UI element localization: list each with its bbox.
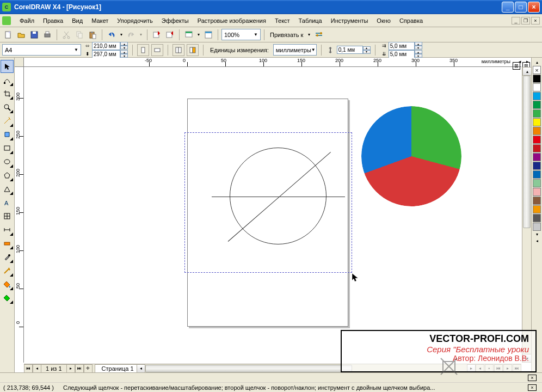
units-combo[interactable]: миллиметры ▼ xyxy=(273,44,317,56)
color-swatch[interactable] xyxy=(533,75,541,83)
pie-chart[interactable] xyxy=(361,106,461,206)
nav-button-5[interactable]: ⏭ xyxy=(513,364,521,373)
export-button[interactable] xyxy=(164,29,176,41)
menu-вид[interactable]: Вид xyxy=(67,16,87,26)
menu-растровые изображения[interactable]: Растровые изображения xyxy=(193,16,270,26)
vertical-scrollbar[interactable]: ▴ ▾ xyxy=(522,67,531,363)
color-swatch[interactable] xyxy=(533,205,541,213)
horizontal-scrollbar[interactable]: ◂ ▸ xyxy=(145,364,467,373)
paste-button[interactable] xyxy=(87,29,98,41)
spin-down[interactable]: ▾ xyxy=(120,46,128,50)
menu-файл[interactable]: Файл xyxy=(15,16,39,26)
horizontal-ruler[interactable]: миллиметры -50050100150200250300350 xyxy=(24,58,521,67)
spin-down[interactable]: ▾ xyxy=(363,50,371,54)
fill-indicator[interactable] xyxy=(528,375,537,381)
launch-button[interactable] xyxy=(183,29,195,41)
outline-tool[interactable] xyxy=(1,264,14,277)
color-swatch[interactable] xyxy=(533,92,541,100)
mdi-close-button[interactable]: × xyxy=(531,17,540,24)
scroll-down-button[interactable]: ▾ xyxy=(522,354,532,363)
color-swatch[interactable] xyxy=(533,188,541,196)
color-swatch[interactable] xyxy=(533,223,541,231)
color-swatch[interactable] xyxy=(533,109,541,118)
nav-button-4[interactable]: ▸ xyxy=(503,364,512,373)
color-swatch[interactable] xyxy=(533,101,541,109)
window-maximize-button[interactable]: □ xyxy=(515,2,527,13)
hscroll-thumb[interactable] xyxy=(145,365,352,372)
interactive-tool[interactable] xyxy=(1,237,14,250)
menu-текст[interactable]: Текст xyxy=(270,16,294,26)
window-minimize-button[interactable]: _ xyxy=(502,2,514,13)
print-button[interactable] xyxy=(41,29,53,41)
palette-down-button[interactable]: ▾ xyxy=(533,231,541,237)
ellipse-tool[interactable] xyxy=(1,155,14,168)
nav-button-1[interactable]: ◂ xyxy=(476,364,484,373)
pick-tool[interactable] xyxy=(1,60,14,73)
scroll-up-button[interactable]: ▴ xyxy=(522,67,532,76)
spin-down[interactable]: ▾ xyxy=(415,46,422,50)
eyedropper-tool[interactable] xyxy=(1,250,14,264)
first-page-button[interactable]: ⏮ xyxy=(24,364,33,373)
color-swatch[interactable] xyxy=(533,118,541,126)
smart-fill-tool[interactable] xyxy=(1,128,14,141)
mdi-restore-button[interactable]: ❐ xyxy=(521,17,530,24)
rectangle-tool[interactable] xyxy=(1,142,14,155)
color-swatch[interactable] xyxy=(533,179,541,187)
freehand-tool[interactable] xyxy=(1,114,14,127)
prev-page-button[interactable]: ◂ xyxy=(33,364,41,373)
menu-инструменты[interactable]: Инструменты xyxy=(327,16,373,26)
basic-shapes-tool[interactable] xyxy=(1,182,14,195)
table-tool[interactable] xyxy=(1,210,14,223)
outline-indicator[interactable] xyxy=(528,384,537,391)
page-tab-1[interactable]: Страница 1 xyxy=(95,364,141,373)
zoom-tool[interactable] xyxy=(1,101,14,114)
shape-tool[interactable] xyxy=(1,74,14,87)
spin-up[interactable]: ▴ xyxy=(415,50,422,54)
interactive-fill-tool[interactable] xyxy=(1,291,14,304)
page-width-input[interactable]: 210,0 мм xyxy=(92,42,120,50)
vertical-ruler[interactable]: 050100150200250300 xyxy=(15,67,24,363)
nav-button-2[interactable]: ▪ xyxy=(485,364,494,373)
redo-dropdown[interactable]: ▾ xyxy=(138,29,144,41)
fill-tool[interactable] xyxy=(1,278,14,291)
launch-dropdown[interactable]: ▾ xyxy=(196,29,201,41)
dup-x-input[interactable]: 5,0 мм xyxy=(389,42,415,50)
text-tool[interactable]: A xyxy=(1,196,14,209)
color-swatch[interactable] xyxy=(533,83,541,91)
mdi-minimize-button[interactable]: _ xyxy=(512,17,520,24)
spin-up[interactable]: ▴ xyxy=(415,42,422,46)
last-page-button[interactable]: ⏭ xyxy=(75,364,84,373)
copy-button[interactable] xyxy=(73,29,85,41)
docker-close-1[interactable]: ⊠ xyxy=(513,62,520,70)
dup-y-input[interactable]: 5,0 мм xyxy=(389,50,415,58)
palette-flyout-button[interactable]: ◂ xyxy=(533,237,541,244)
redo-button[interactable] xyxy=(125,29,137,41)
window-close-button[interactable]: × xyxy=(528,2,540,13)
color-swatch[interactable] xyxy=(533,162,541,170)
spin-down[interactable]: ▾ xyxy=(120,54,128,58)
zoom-combo[interactable]: 100% ▼ xyxy=(221,29,261,40)
crop-tool[interactable] xyxy=(1,87,14,100)
open-button[interactable] xyxy=(15,29,27,41)
color-swatch[interactable] xyxy=(533,136,541,144)
dimension-tool[interactable] xyxy=(1,223,14,236)
ruler-origin[interactable] xyxy=(15,58,24,67)
color-swatch[interactable] xyxy=(533,153,541,161)
scroll-left-button[interactable]: ◂ xyxy=(137,364,145,373)
color-swatch[interactable] xyxy=(533,214,541,222)
menu-окно[interactable]: Окно xyxy=(372,16,395,26)
spin-up[interactable]: ▴ xyxy=(120,50,128,54)
color-swatch[interactable] xyxy=(533,170,541,179)
nav-button-3[interactable]: ⏮ xyxy=(494,364,503,373)
drawing-canvas[interactable] xyxy=(24,67,521,363)
paper-size-combo[interactable]: A4 ▼ xyxy=(2,44,81,56)
vscroll-thumb[interactable] xyxy=(523,76,531,228)
save-button[interactable] xyxy=(28,29,40,41)
all-pages-button[interactable] xyxy=(173,44,184,56)
menu-эффекты[interactable]: Эффекты xyxy=(157,16,193,26)
nudge-input[interactable]: 0,1 мм xyxy=(337,46,363,54)
polygon-tool[interactable] xyxy=(1,169,14,182)
welcome-button[interactable] xyxy=(202,29,214,41)
options-button[interactable] xyxy=(313,29,325,41)
next-page-button[interactable]: ▸ xyxy=(66,364,75,373)
